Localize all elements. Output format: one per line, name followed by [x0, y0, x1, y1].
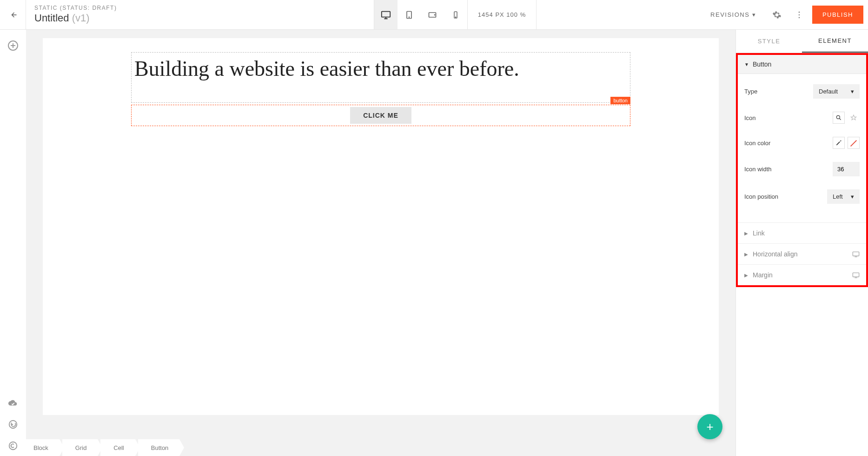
- stage: Building a website is easier than ever b…: [26, 30, 735, 456]
- responsive-icon: [852, 251, 860, 257]
- title-area: STATIC (STATUS: DRAFT) Untitled (v1): [26, 0, 212, 29]
- type-select[interactable]: Default ▾: [813, 84, 860, 99]
- crumb-grid[interactable]: Grid: [62, 439, 98, 456]
- viewport-info[interactable]: 1454 PX 100 %: [467, 0, 537, 29]
- add-block-button[interactable]: [6, 38, 20, 53]
- icon-position-select[interactable]: Left ▾: [827, 189, 860, 204]
- revisions-label: REVISIONS: [710, 11, 749, 18]
- highlighted-inspector-region: ▼ Button Type Default ▾ Icon: [736, 53, 868, 287]
- more-menu-button[interactable]: [790, 6, 808, 24]
- settings-button[interactable]: [768, 6, 786, 24]
- breadcrumb-bar: Block Grid Cell Button: [26, 439, 735, 456]
- icon-position-value: Left: [833, 193, 843, 200]
- section-margin-title: Margin: [753, 271, 773, 279]
- section-link-title: Link: [753, 229, 765, 237]
- button-block-selected[interactable]: button CLICK ME: [131, 105, 630, 126]
- chevron-down-icon: ▾: [752, 11, 756, 18]
- device-desktop[interactable]: [374, 0, 398, 29]
- type-label: Type: [744, 88, 757, 95]
- svg-point-8: [799, 14, 800, 15]
- icon-picker-button[interactable]: [833, 112, 845, 124]
- svg-rect-0: [382, 11, 390, 17]
- left-rail: [0, 30, 26, 456]
- inspector-panel: STYLE ELEMENT ▼ Button Type Default ▾ Ic…: [735, 30, 868, 456]
- svg-rect-14: [853, 252, 859, 256]
- svg-point-2: [409, 17, 409, 17]
- icon-favorite-button[interactable]: [848, 112, 860, 124]
- icon-position-label: Icon position: [744, 193, 778, 200]
- selection-tag: button: [610, 97, 630, 104]
- back-button[interactable]: [0, 0, 26, 29]
- svg-point-12: [9, 442, 17, 450]
- cloud-status-icon[interactable]: [6, 396, 20, 410]
- page-title: Untitled (v1): [34, 12, 204, 24]
- section-link-header[interactable]: ▶ Link: [738, 222, 866, 243]
- icon-label: Icon: [744, 114, 756, 121]
- publish-button[interactable]: PUBLISH: [812, 6, 863, 24]
- responsive-icon: [852, 272, 860, 278]
- chevron-down-icon: ▾: [851, 193, 854, 200]
- icon-width-input[interactable]: [833, 162, 860, 176]
- svg-point-4: [434, 14, 435, 15]
- caret-down-icon: ▼: [744, 62, 749, 67]
- undo-button[interactable]: [6, 417, 20, 432]
- revisions-dropdown[interactable]: REVISIONS ▾: [703, 11, 764, 18]
- tab-style[interactable]: STYLE: [736, 30, 802, 53]
- icon-color-picker[interactable]: [833, 137, 845, 149]
- heading-block[interactable]: Building a website is easier than ever b…: [131, 52, 630, 103]
- device-tablet-landscape[interactable]: [421, 0, 444, 29]
- svg-point-6: [455, 17, 456, 17]
- device-tablet-portrait[interactable]: [398, 0, 421, 29]
- section-button-header[interactable]: ▼ Button: [738, 55, 866, 74]
- canvas-button[interactable]: CLICK ME: [350, 107, 411, 124]
- top-bar: STATIC (STATUS: DRAFT) Untitled (v1) 145…: [0, 0, 868, 30]
- chevron-down-icon: ▾: [851, 88, 854, 95]
- svg-rect-15: [853, 273, 859, 277]
- plus-icon: +: [706, 420, 713, 434]
- crumb-block[interactable]: Block: [26, 439, 60, 456]
- device-switcher: [374, 0, 467, 29]
- copyright-icon[interactable]: [6, 438, 20, 453]
- crumb-button[interactable]: Button: [138, 439, 180, 456]
- section-halign-header[interactable]: ▶ Horizontal align: [738, 243, 866, 264]
- panel-tabs: STYLE ELEMENT: [736, 30, 868, 53]
- page-version: (v1): [72, 12, 90, 24]
- section-halign-title: Horizontal align: [753, 250, 798, 258]
- icon-color-clear[interactable]: [848, 137, 860, 149]
- section-margin-header[interactable]: ▶ Margin: [738, 264, 866, 285]
- icon-width-label: Icon width: [744, 166, 772, 173]
- icon-color-label: Icon color: [744, 140, 770, 147]
- tab-element[interactable]: ELEMENT: [802, 30, 868, 53]
- section-button-title: Button: [753, 60, 771, 68]
- heading-text[interactable]: Building a website is easier than ever b…: [134, 56, 627, 81]
- caret-right-icon: ▶: [744, 273, 748, 278]
- caret-right-icon: ▶: [744, 231, 748, 236]
- device-phone[interactable]: [444, 0, 467, 29]
- caret-right-icon: ▶: [744, 252, 748, 257]
- page-status: STATIC (STATUS: DRAFT): [34, 5, 204, 11]
- canvas[interactable]: Building a website is easier than ever b…: [43, 38, 719, 415]
- svg-point-9: [799, 17, 800, 18]
- svg-point-13: [836, 115, 840, 119]
- page-title-text: Untitled: [34, 12, 69, 24]
- crumb-cell[interactable]: Cell: [100, 439, 135, 456]
- svg-point-7: [799, 11, 800, 13]
- type-value: Default: [819, 88, 838, 95]
- fab-add-button[interactable]: +: [697, 414, 722, 439]
